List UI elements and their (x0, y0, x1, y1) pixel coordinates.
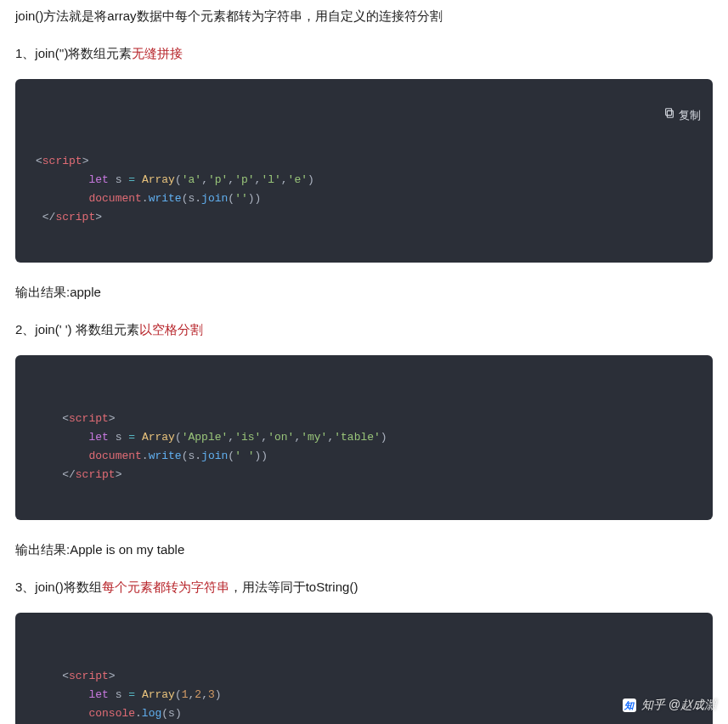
copy-label: 复制 (679, 106, 701, 125)
section-1-result: 输出结果:apple (15, 281, 713, 303)
section-1-lead: 1、join('')将数组元素 (15, 46, 132, 60)
intro-paragraph: join()方法就是将array数据中每个元素都转为字符串，用自定义的连接符分割 (15, 5, 713, 27)
section-2-heading: 2、join(' ') 将数组元素以空格分割 (15, 319, 713, 341)
section-2-result: 输出结果:Apple is on my table (15, 539, 713, 561)
code-block-2: <script> let s = Array('Apple','is','on'… (15, 355, 713, 520)
section-3-tail: ，用法等同于toString() (229, 580, 358, 594)
svg-rect-1 (666, 109, 672, 116)
section-3-highlight: 每个元素都转为字符串 (102, 580, 229, 594)
code-content-2: <script> let s = Array('Apple','is','on'… (36, 410, 692, 484)
section-3-lead: 3、join()将数组 (15, 580, 102, 594)
code-content-1: <script> let s = Array('a','p','p','l','… (36, 152, 692, 227)
copy-button[interactable]: 复制 (645, 88, 701, 144)
code-block-1: 复制 <script> let s = Array('a','p','p','l… (15, 79, 713, 263)
code-block-3: <script> let s = Array(1,2,3) console.lo… (15, 613, 713, 724)
copy-icon (645, 88, 675, 144)
section-2-lead: 2、join(' ') 将数组元素 (15, 322, 139, 337)
code-content-3: <script> let s = Array(1,2,3) console.lo… (36, 667, 692, 724)
svg-rect-0 (667, 110, 673, 117)
section-3-heading: 3、join()将数组每个元素都转为字符串，用法等同于toString() (15, 576, 713, 598)
section-1-heading: 1、join('')将数组元素无缝拼接 (15, 42, 713, 65)
section-2-highlight: 以空格分割 (139, 322, 203, 337)
section-1-highlight: 无缝拼接 (132, 46, 183, 60)
